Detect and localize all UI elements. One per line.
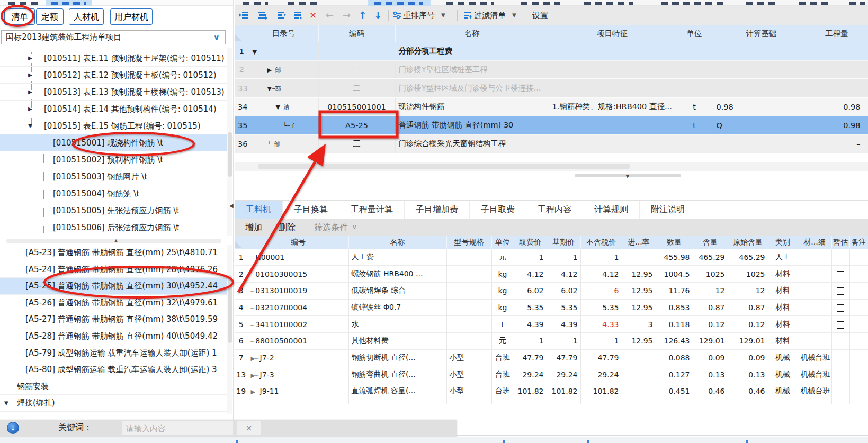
cell-code[interactable]: 一 (318, 60, 395, 79)
filter-caret-icon[interactable]: ▼ (512, 10, 516, 21)
expand-arrow-icon[interactable]: ▶ (28, 67, 35, 83)
resource-row[interactable]: 6 ┈88010500001 其他材料费 元 1 1 1 12.95 126.4… (235, 332, 868, 349)
cell-code[interactable] (318, 42, 395, 60)
standard-select[interactable]: 国标2013建筑装饰工程清单项目 ∨ (1, 30, 226, 44)
clipped-left-tabs[interactable] (0, 0, 235, 6)
expand-arrow-icon[interactable]: ▼ (4, 395, 12, 411)
col-header[interactable]: 计算基础 (713, 25, 810, 42)
resource-row[interactable]: 1 ┈H00001 人工费 元 1 1 1 455.98 465.29 465.… (235, 249, 868, 266)
bill-horizontal-scrollbar[interactable] (235, 162, 868, 171)
col-header[interactable]: 数量 (656, 236, 693, 249)
user-caiji-button[interactable]: 用户材机 (110, 8, 153, 25)
tree-item[interactable]: [010515004] 钢筋笼 \t (0, 185, 227, 202)
detail-tab[interactable]: 工料机 (235, 201, 283, 219)
move-down-icon[interactable]: ↓ (374, 10, 382, 21)
list-item[interactable]: 钢筋安装 (0, 378, 227, 395)
list-item[interactable]: [A5-80] 成型钢筋运输 载重汽车运输人装人卸(运距) 3 (0, 361, 227, 378)
clipped-tab-active[interactable] (368, 0, 431, 6)
cell-code[interactable]: 二 (318, 79, 395, 97)
collapse-level-icon[interactable] (276, 10, 286, 21)
resource-row[interactable]: 7 ▶┈J7-2 钢筋切断机 直径(... 小型 台班 47.79 47.79 … (235, 349, 868, 366)
cell-code[interactable]: A5-25 (318, 116, 395, 134)
list-item[interactable]: ▼ 焊接(绑扎) (0, 395, 227, 412)
list-item[interactable]: [A5-28] 普通钢筋 带肋钢筋 直径(mm) 40\t\5049.42 (0, 328, 227, 345)
clear-search-icon[interactable]: × (237, 421, 261, 435)
delete-button[interactable]: 删除 (279, 219, 296, 236)
tree-item[interactable]: ▼ [010515] 表E.15 钢筋工程(编号: 010515) (0, 117, 227, 134)
col-header[interactable]: 材...细 (798, 236, 831, 249)
filter-condition-button[interactable]: 筛选条件 (314, 219, 348, 236)
reorder-icon[interactable] (392, 10, 401, 21)
scroll-down-circle-icon[interactable]: ↓ (7, 422, 19, 434)
col-header[interactable]: 目录号 (249, 25, 318, 42)
list-item[interactable]: [A5-27] 普通钢筋 带肋钢筋 直径(mm) 38\t\5019.59 (0, 311, 227, 328)
estimate-checkbox[interactable] (837, 287, 844, 295)
expand-all-icon[interactable] (257, 10, 267, 21)
col-header[interactable]: 暂估 (831, 236, 849, 249)
insert-row-icon[interactable] (293, 10, 303, 21)
resource-row[interactable]: 3 ┈03130100019 低碳钢焊条 综合 kg 6.02 6.02 6 1… (235, 282, 868, 299)
expand-arrow-icon[interactable]: ▼ (28, 117, 35, 134)
col-header[interactable]: 单位 (676, 25, 713, 42)
detail-tab[interactable]: 计算规则 (583, 201, 640, 219)
col-header[interactable]: 进...率 (622, 236, 656, 249)
list-item[interactable]: [A5-26] 普通钢筋 带肋钢筋 直径(mm) 32\t\4979.61 (0, 295, 227, 312)
clipped-tab-active[interactable] (46, 0, 92, 6)
tree-item[interactable]: ▶ [010511] 表E.11 预制混凝土屋架(编号: 010511) (0, 50, 227, 67)
clipped-tab[interactable] (661, 2, 724, 5)
tree-item[interactable]: [010515002] 预制构件钢筋 \t (0, 151, 227, 168)
col-header[interactable]: 基期价 (547, 236, 580, 249)
detail-tab[interactable]: 子目取费 (470, 201, 526, 219)
clipped-tab[interactable] (799, 2, 828, 5)
detail-tab[interactable]: 附注说明 (640, 201, 696, 219)
list-item[interactable]: [A5-25] 普通钢筋 带肋钢筋 直径(mm) 30\t\4952.44 (0, 278, 227, 295)
col-header[interactable]: 工程量 (810, 25, 864, 42)
list-item[interactable]: [A5-23] 普通钢筋 带肋钢筋 直径(mm) 25\t\4810.71 (0, 245, 227, 261)
cell-code[interactable]: 三 (318, 134, 395, 153)
detail-tab[interactable]: 子目增加费 (405, 201, 470, 219)
list-item[interactable]: [A5-24] 普通钢筋 带肋钢筋 直径(mm) 28\t\4976.26 (0, 261, 227, 278)
tree-item[interactable]: [010515005] 先张法预应力钢筋 \t (0, 202, 227, 219)
move-up-icon[interactable]: ↑ (359, 10, 366, 21)
tree-item[interactable]: [010515001] 现浇构件钢筋 \t (0, 134, 227, 151)
col-header[interactable]: 型号规格 (446, 236, 491, 249)
detail-tab[interactable]: 子目换算 (283, 201, 339, 219)
resource-row[interactable]: 5 ┈34110100002 水 t 4.39 4.39 4.33 3 0.11… (235, 316, 868, 333)
bill-row[interactable]: 34 ▼┈清 010515001001 现浇构件钢筋 1.钢筋种类、规格:HRB… (235, 97, 868, 116)
settings-button[interactable]: 设置 (532, 10, 548, 21)
reorder-button[interactable]: 重排序号 (403, 10, 435, 21)
scroll-up-icon[interactable]: ▲ (114, 238, 118, 243)
col-header[interactable]: 原始含量 (728, 236, 768, 249)
list-item[interactable]: [A5-79] 成型钢筋运输 载重汽车运输人装人卸(运距) 1 (0, 345, 227, 362)
filter-condition-caret-icon[interactable]: ∨ (352, 219, 357, 236)
corner-cell[interactable] (235, 236, 248, 249)
corner-cell[interactable] (235, 25, 249, 42)
expand-arrow-icon[interactable]: ▶ (28, 101, 35, 117)
col-header[interactable]: 备注 (849, 236, 868, 249)
delete-row-icon[interactable]: ✕ (309, 10, 317, 21)
tree-item[interactable]: [010515006] 后张法预应力钢筋 \t (0, 219, 227, 236)
col-header[interactable]: 名称 (395, 25, 549, 42)
clipped-tab[interactable] (8, 2, 39, 5)
add-button[interactable]: 增加 (245, 219, 262, 236)
bill-row[interactable]: 35 └┈子 A5-25 普通钢筋 带肋钢筋 直径(mm) 30 t Q 0.9… (235, 116, 868, 134)
col-header[interactable]: 名称 (348, 236, 446, 249)
cell-code[interactable]: 010515001001 (318, 97, 395, 116)
estimate-checkbox[interactable] (837, 338, 844, 345)
clipped-tab[interactable] (746, 2, 776, 5)
panel-splitter[interactable]: ▼ (575, 174, 681, 177)
clipped-tab[interactable] (288, 2, 317, 5)
expand-level-icon[interactable] (239, 10, 249, 21)
splitter-arrow-icon[interactable]: ▼ (626, 174, 630, 179)
keyword-input[interactable] (122, 421, 233, 435)
expand-arrow-icon[interactable]: ▶ (28, 50, 35, 66)
resource-row[interactable]: 2 ┈01010300015 螺纹钢筋 HRB400 ... kg 4.12 4… (235, 266, 868, 283)
forward-icon[interactable]: → (343, 10, 351, 21)
estimate-checkbox[interactable] (837, 304, 844, 312)
tree-item[interactable]: ▶ [010514] 表E.14 其他预制构件(编号: 010514) (0, 101, 227, 117)
bill-row[interactable]: 1 ▼┈ 分部分项工程费 – (235, 42, 868, 60)
bill-row[interactable]: 33 ▼┈部 二 门诊楼Y型柱区域及门诊楼与公卫楼连接... – (235, 79, 868, 97)
clipped-ribbon-tabs[interactable] (235, 0, 868, 6)
resource-row[interactable]: 4 ┈03210700004 镀锌铁丝 Φ0.7 kg 5.35 5.35 5.… (235, 299, 868, 316)
col-header[interactable]: 编号 (248, 236, 348, 249)
